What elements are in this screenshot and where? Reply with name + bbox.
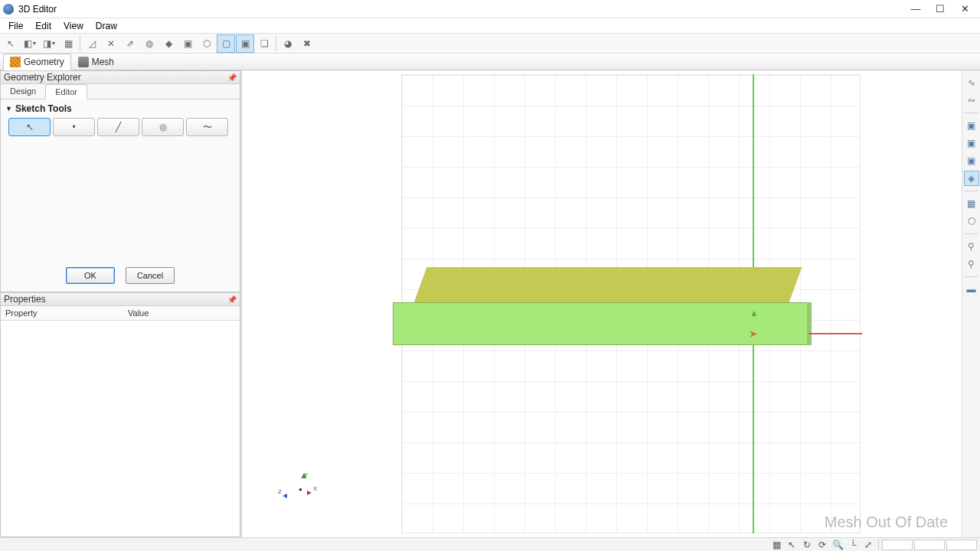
ok-button[interactable]: OK [66, 267, 115, 284]
dock-cube1[interactable]: ▣ [964, 118, 979, 133]
circle-icon: ◎ [159, 122, 167, 132]
viewport-3d[interactable]: ▲ ➤ ▲ Y ▸ X ◂ Z ● Mesh Out Of Date [242, 70, 962, 537]
box-icon: ▢ [222, 38, 230, 49]
dock-cube2[interactable]: ▣ [964, 135, 979, 151]
status-zoom[interactable]: 🔍 [831, 539, 844, 551]
dock-cube4[interactable]: ◈ [964, 171, 979, 186]
tool-group[interactable]: ▦ [59, 34, 77, 53]
properties-panel: Properties 📌 Property Value [0, 292, 240, 537]
triad-y-label: Y [304, 471, 308, 478]
sketch-tools-header[interactable]: ▼ Sketch Tools [1, 99, 240, 118]
status-bar: ▦↖↻⟳🔍└⤢ [0, 537, 980, 551]
tool-axes[interactable]: ✕ [102, 34, 120, 53]
gizmo-x-icon[interactable]: ➤ [749, 328, 758, 340]
collapse-icon: ▼ [5, 105, 12, 112]
copy-icon: ❏ [260, 38, 269, 49]
sketch-tool-row: ↖•╱◎〜 [1, 118, 240, 136]
shaded-icon: ▦ [773, 540, 781, 550]
inspect-icon: ⚲ [968, 241, 975, 252]
sketch-icon: ◿ [89, 38, 96, 49]
cancel-button[interactable]: Cancel [126, 267, 175, 284]
cube2-icon: ▣ [967, 138, 975, 148]
tool-loft[interactable]: ▣ [178, 34, 197, 53]
status-field-2[interactable] [946, 540, 977, 550]
sketch-tool-line[interactable]: ╱ [97, 118, 139, 136]
pin-icon[interactable]: 📌 [227, 73, 237, 82]
inspect2-icon: ⚲ [968, 259, 975, 269]
tool-extrude[interactable]: ⇗ [121, 34, 139, 53]
tool-boxes[interactable]: ▣ [236, 34, 254, 53]
status-fit[interactable]: ⤢ [861, 539, 875, 551]
tab-design[interactable]: Design [1, 84, 45, 99]
orientation-triad: ▲ Y ▸ X ◂ Z ● [284, 473, 315, 500]
dock-cube3[interactable]: ▣ [964, 153, 979, 168]
section-label: Sketch Tools [15, 103, 72, 114]
palette-icon: ▬ [967, 284, 976, 295]
tab-mesh[interactable]: Mesh [71, 54, 121, 70]
status-axes[interactable]: └ [846, 539, 860, 551]
minimize-button[interactable]: — [903, 0, 928, 18]
point-icon: • [72, 122, 75, 132]
tool-new-solid[interactable]: ◧▾ [21, 34, 39, 53]
title-bar: 3D Editor — ☐ ✕ [0, 0, 980, 18]
wave-icon: ∿ [968, 77, 975, 88]
menu-edit[interactable]: Edit [29, 19, 57, 33]
tab-geometry-label: Geometry [24, 57, 64, 67]
axis-x [808, 333, 862, 334]
dock-sine[interactable]: ∾ [964, 93, 979, 108]
select-icon: ↖ [7, 38, 15, 49]
properties-header: Properties 📌 [1, 293, 240, 306]
dock-wave[interactable]: ∿ [964, 75, 979, 90]
tool-revolve[interactable]: ◍ [140, 34, 158, 53]
tool-copy[interactable]: ❏ [255, 34, 273, 53]
tool-primitive[interactable]: ◨▾ [40, 34, 58, 53]
sketch-tool-pointer[interactable]: ↖ [8, 118, 51, 136]
gizmo-y-icon[interactable]: ▲ [750, 308, 759, 318]
close-button[interactable]: ✕ [952, 0, 977, 18]
menu-view[interactable]: View [57, 19, 90, 33]
left-pane: Geometry Explorer 📌 Design Editor ▼ Sket… [0, 70, 242, 537]
cube1-icon: ▣ [967, 120, 975, 131]
hex2-icon: ⬡ [968, 216, 975, 227]
extrude-icon: ⇗ [126, 38, 134, 49]
explorer-title: Geometry Explorer [4, 72, 81, 83]
sketch-tool-point[interactable]: • [53, 118, 95, 136]
menu-file[interactable]: File [2, 19, 29, 33]
solid-front-face[interactable] [393, 302, 808, 345]
tab-geometry[interactable]: Geometry [3, 54, 71, 70]
dock-palette[interactable]: ▬ [964, 282, 979, 297]
dock-inspect[interactable]: ⚲ [964, 239, 979, 254]
tool-material[interactable]: ◕ [279, 34, 297, 53]
loft-icon: ▣ [184, 38, 192, 49]
tool-box[interactable]: ▢ [217, 34, 235, 53]
tool-settings[interactable]: ✖ [298, 34, 316, 53]
status-field-0[interactable] [882, 540, 913, 550]
tool-sketch[interactable]: ◿ [83, 34, 101, 53]
menu-draw[interactable]: Draw [90, 19, 123, 33]
pin-icon[interactable]: 📌 [227, 295, 237, 304]
window-title: 3D Editor [18, 4, 903, 15]
material-icon: ◕ [284, 38, 292, 49]
solid-side-face[interactable] [807, 302, 812, 345]
boxes-icon: ▣ [241, 38, 250, 49]
tool-hex[interactable]: ⬡ [198, 34, 216, 53]
dock-grid[interactable]: ▦ [964, 196, 979, 211]
status-refresh[interactable]: ⟳ [815, 539, 829, 551]
dock-inspect2[interactable]: ⚲ [964, 256, 979, 272]
status-shaded[interactable]: ▦ [769, 539, 783, 551]
tool-select[interactable]: ↖ [2, 34, 20, 53]
triad-x-label: X [313, 485, 317, 492]
maximize-button[interactable]: ☐ [928, 0, 952, 18]
dock-hex2[interactable]: ⬡ [964, 214, 979, 229]
zoom-icon: 🔍 [832, 540, 844, 550]
status-field-1[interactable] [914, 540, 945, 550]
solid-top-face[interactable] [413, 267, 802, 304]
col-value: Value [123, 306, 153, 320]
status-cursor[interactable]: ↖ [785, 539, 799, 551]
status-rotate[interactable]: ↻ [800, 539, 814, 551]
sketch-tool-circle[interactable]: ◎ [142, 118, 184, 136]
tab-editor[interactable]: Editor [45, 84, 87, 99]
right-dock: ∿∾▣▣▣◈▦⬡⚲⚲▬ [962, 70, 980, 537]
sketch-tool-arc[interactable]: 〜 [186, 118, 228, 136]
tool-sweep[interactable]: ◆ [159, 34, 178, 53]
